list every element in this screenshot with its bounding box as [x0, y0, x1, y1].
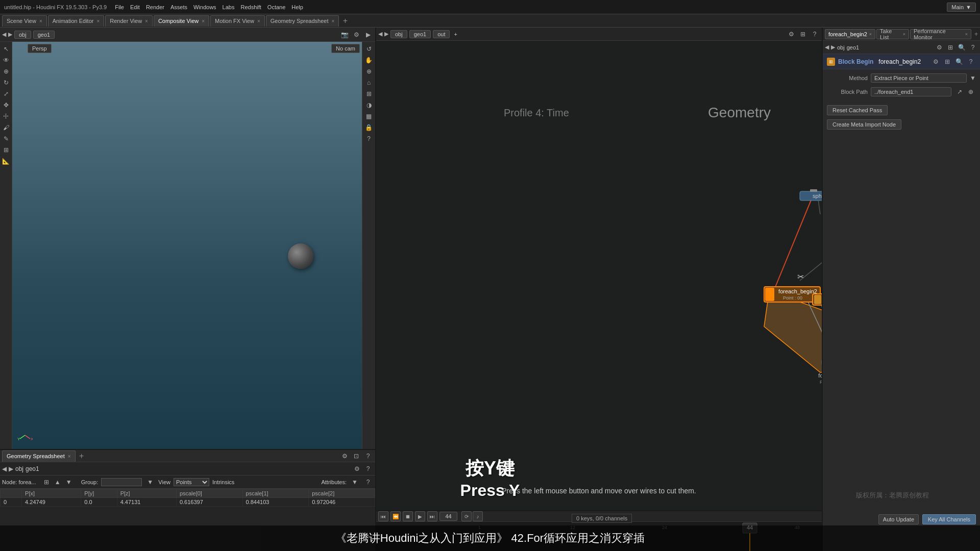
- nav-forward-icon[interactable]: ▶: [384, 31, 388, 37]
- lock-icon[interactable]: 🔒: [364, 122, 374, 133]
- col-header-pscale0[interactable]: pscale[0]: [176, 489, 242, 498]
- menu-edit[interactable]: Edit: [130, 4, 140, 10]
- node-editor[interactable]: Profile 4: Time Geometry: [376, 41, 822, 510]
- reset-cached-pass-button[interactable]: Reset Cached Pass: [827, 105, 888, 115]
- grid-icon[interactable]: ⊞: [364, 89, 374, 99]
- help-icon[interactable]: ?: [363, 464, 373, 474]
- right-path-geo[interactable]: geo1: [847, 44, 859, 51]
- rotate-icon[interactable]: ↻: [1, 78, 11, 88]
- transform-icon[interactable]: ⊕: [1, 66, 11, 77]
- method-value[interactable]: Extract Piece or Point: [871, 73, 967, 83]
- method-arrow-icon[interactable]: ▼: [970, 74, 976, 82]
- block-path-value[interactable]: ../foreach_end1: [871, 87, 951, 96]
- loop-button[interactable]: ⟳: [461, 511, 472, 521]
- block-layout-icon[interactable]: ⊞: [942, 57, 952, 67]
- node-canvas[interactable]: grid1 scatter1 sphere1 attribrandomize1 …: [376, 41, 822, 510]
- group-filter-icon[interactable]: ▼: [145, 477, 155, 487]
- nav-back-icon[interactable]: ◀: [378, 31, 382, 37]
- col-header-pz[interactable]: P[z]: [117, 489, 176, 498]
- edit-icon[interactable]: ✎: [1, 134, 11, 144]
- perspective-label[interactable]: Persp: [28, 44, 52, 53]
- menu-bar[interactable]: File Edit Render Assets Windows Labs Red…: [115, 4, 303, 10]
- create-meta-import-node-button[interactable]: Create Meta Import Node: [827, 119, 901, 130]
- viewport-path-geo[interactable]: geo1: [33, 31, 55, 39]
- viewport-content[interactable]: ↖ 👁 ⊕ ↻ ⤢ ✥ ☩ 🖌 ✎ ⊞ 📐 ↺ ✋ ⊕ ⌂: [0, 42, 375, 449]
- menu-render[interactable]: Render: [146, 4, 164, 10]
- geo-path-geo[interactable]: geo1: [26, 465, 39, 472]
- measure-icon[interactable]: 📐: [1, 156, 11, 166]
- close-icon[interactable]: ×: [331, 18, 334, 24]
- right-search-icon[interactable]: 🔍: [957, 42, 967, 53]
- tab-geometry-spreadsheet[interactable]: Geometry Spreadsheet ×: [266, 15, 339, 27]
- close-icon[interactable]: ×: [145, 18, 148, 24]
- close-icon[interactable]: ×: [257, 18, 260, 24]
- nav-forward-icon[interactable]: ▶: [8, 31, 12, 38]
- group-input[interactable]: [101, 478, 142, 486]
- col-header-pscale2[interactable]: pscale[2]: [309, 489, 375, 498]
- scale-icon[interactable]: ⤢: [1, 89, 11, 99]
- right-path-obj[interactable]: obj: [837, 44, 845, 51]
- tab-foreach-begin2[interactable]: foreach_begin2 ×: [825, 29, 875, 39]
- view-icon[interactable]: 👁: [1, 55, 11, 65]
- tab-motion-fx-view[interactable]: Motion FX View ×: [210, 15, 265, 27]
- viewport-path-obj[interactable]: obj: [14, 31, 31, 39]
- audio-button[interactable]: ♪: [473, 511, 483, 521]
- pose-icon[interactable]: ☩: [1, 111, 11, 121]
- go-start-button[interactable]: ⏮: [378, 511, 388, 521]
- render-icon[interactable]: ▶: [363, 30, 373, 40]
- home-icon[interactable]: ⌂: [364, 78, 374, 88]
- tab-animation-editor[interactable]: Animation Editor ×: [48, 15, 105, 27]
- zoom-icon[interactable]: ⊕: [364, 66, 374, 77]
- geo-sheet-settings-icon[interactable]: ⚙: [339, 451, 350, 461]
- right-help-icon[interactable]: ?: [968, 42, 978, 53]
- nav-forward-icon[interactable]: ▶: [9, 465, 13, 472]
- menu-help[interactable]: Help: [291, 4, 303, 10]
- close-icon[interactable]: ×: [68, 454, 71, 459]
- col-header-px[interactable]: P[x]: [22, 489, 81, 498]
- workspace-selector[interactable]: Main ▼: [947, 3, 976, 12]
- help-icon[interactable]: ?: [364, 134, 374, 144]
- close-icon[interactable]: ×: [965, 32, 968, 37]
- camera-label[interactable]: No cam: [331, 44, 360, 53]
- node-path-obj[interactable]: obj: [390, 30, 407, 38]
- menu-assets[interactable]: Assets: [170, 4, 187, 10]
- node-settings-icon[interactable]: ⚙: [786, 29, 796, 39]
- nav-back-icon[interactable]: ◀: [2, 465, 7, 472]
- add-tab-button[interactable]: +: [340, 16, 350, 26]
- shading-icon[interactable]: ◑: [364, 100, 374, 110]
- block-search-icon[interactable]: 🔍: [954, 57, 964, 67]
- close-icon[interactable]: ×: [39, 18, 42, 24]
- display-options-icon[interactable]: ⚙: [351, 30, 361, 40]
- block-path-create-icon[interactable]: ⊕: [966, 87, 976, 97]
- camera-icon[interactable]: 📷: [339, 30, 350, 40]
- tab-performance-monitor[interactable]: Performance Monitor ×: [910, 29, 971, 39]
- go-end-button[interactable]: ⏭: [427, 511, 437, 521]
- right-layout-icon[interactable]: ⊞: [945, 42, 955, 53]
- col-header-py[interactable]: P[y]: [81, 489, 117, 498]
- handle-icon[interactable]: ✥: [1, 100, 11, 110]
- node-path-geo1[interactable]: geo1: [409, 30, 431, 38]
- add-geo-sheet-tab[interactable]: +: [77, 451, 87, 461]
- right-nav-forward[interactable]: ▶: [831, 44, 835, 51]
- tab-render-view[interactable]: Render View ×: [105, 15, 153, 27]
- close-icon[interactable]: ×: [869, 32, 872, 37]
- node-filter-icon[interactable]: ▼: [64, 477, 74, 487]
- node-options-icon[interactable]: ▲: [53, 477, 63, 487]
- menu-windows[interactable]: Windows: [193, 4, 216, 10]
- nav-back-icon[interactable]: ◀: [2, 31, 6, 38]
- step-back-button[interactable]: ⏪: [390, 511, 401, 521]
- block-settings-icon[interactable]: ⚙: [930, 57, 941, 67]
- pan-icon[interactable]: ✋: [364, 55, 374, 65]
- node-layout-icon[interactable]: ⊞: [798, 29, 808, 39]
- close-icon[interactable]: ×: [903, 32, 905, 37]
- close-icon[interactable]: ×: [96, 18, 100, 24]
- key-all-channels-button[interactable]: Key All Channels: [922, 514, 976, 524]
- add-right-tab[interactable]: +: [974, 31, 978, 38]
- geo-path-obj[interactable]: obj: [15, 465, 23, 472]
- node-path-out[interactable]: out: [433, 30, 450, 38]
- right-settings-icon[interactable]: ⚙: [934, 42, 944, 53]
- close-icon[interactable]: ×: [202, 18, 205, 24]
- wire-icon[interactable]: ▦: [364, 111, 374, 121]
- help-icon[interactable]: ?: [363, 477, 373, 487]
- settings-icon[interactable]: ⚙: [352, 464, 362, 474]
